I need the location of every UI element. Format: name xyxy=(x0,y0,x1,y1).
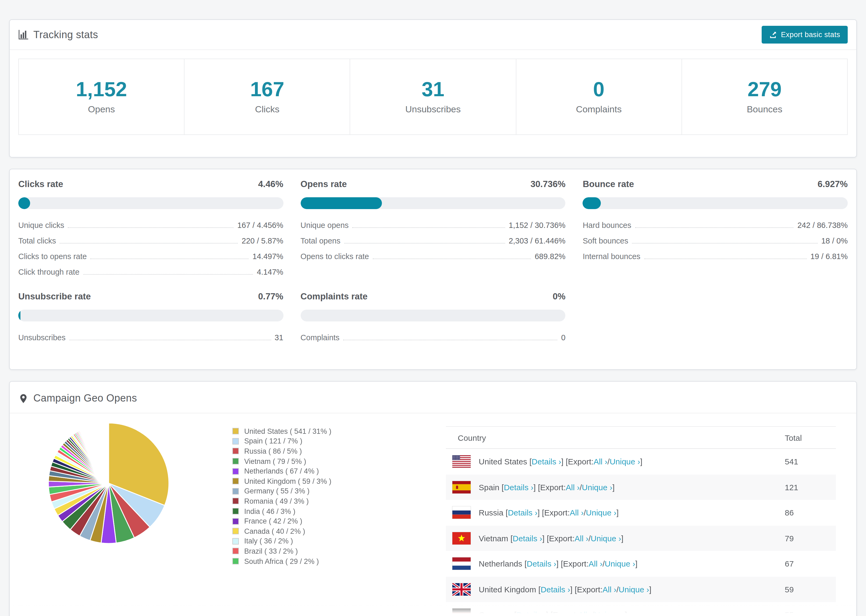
legend-swatch xyxy=(232,468,239,475)
dotted-leader xyxy=(644,258,806,259)
details-link[interactable]: Details › xyxy=(513,534,542,543)
stat-box-clicks: 167Clicks xyxy=(184,58,350,135)
legend-item[interactable]: United Kingdom ( 59 / 3% ) xyxy=(232,476,331,486)
legend-item[interactable]: Netherlands ( 67 / 4% ) xyxy=(232,466,331,476)
flag-vn-icon xyxy=(452,532,471,545)
legend-item[interactable]: South Africa ( 29 / 2% ) xyxy=(232,556,331,566)
bracket: / xyxy=(584,508,586,517)
flag-es-icon xyxy=(452,481,471,493)
legend-label: Spain ( 121 / 7% ) xyxy=(244,437,302,445)
rate-row: Unique clicks167 / 4.456% xyxy=(18,217,283,233)
export-unique-link[interactable]: Unique › xyxy=(605,559,635,569)
legend-label: Romania ( 49 / 3% ) xyxy=(244,497,309,505)
legend-item[interactable]: Canada ( 40 / 2% ) xyxy=(232,526,331,536)
legend-label: Brazil ( 33 / 2% ) xyxy=(244,547,298,555)
details-link[interactable]: Details › xyxy=(540,585,570,594)
export-all-link[interactable]: All › xyxy=(589,559,603,569)
bar-chart-icon xyxy=(18,30,28,40)
rate-row-value: 19 / 6.81% xyxy=(810,252,848,261)
legend-item[interactable]: Spain ( 121 / 7% ) xyxy=(232,436,331,446)
tracking-stats-card: Tracking stats Export basic stats 1,152O… xyxy=(9,19,857,157)
progress-bar-fill xyxy=(301,197,382,209)
export-unique-link[interactable]: Unique › xyxy=(619,585,649,594)
map-pin-icon xyxy=(18,393,28,404)
bracket: ] [Export: xyxy=(546,610,578,616)
rate-row: Click through rate4.147% xyxy=(18,264,283,280)
rate-row-label: Total clicks xyxy=(18,236,56,245)
rate-head: Complaints rate0% xyxy=(301,291,565,302)
legend-swatch xyxy=(232,458,239,464)
geo-header: Campaign Geo Opens xyxy=(10,382,856,413)
rate-row-value: 4.147% xyxy=(257,267,283,276)
total-cell: 55 xyxy=(785,610,836,616)
rate-row-value: 2,303 / 61.446% xyxy=(509,236,565,245)
export-unique-link[interactable]: Unique › xyxy=(586,508,616,517)
rate-title: Complaints rate xyxy=(301,291,367,302)
legend-item[interactable]: Romania ( 49 / 3% ) xyxy=(232,496,331,506)
rate-title: Unsubscribe rate xyxy=(18,291,91,302)
rates-grid: Clicks rate4.46%Unique clicks167 / 4.456… xyxy=(10,169,856,369)
rate-row: Complaints0 xyxy=(301,330,565,345)
export-basic-stats-button[interactable]: Export basic stats xyxy=(762,26,848,44)
rate-row: Opens to clicks rate689.82% xyxy=(301,248,565,264)
country-cell: Germany [Details ›] [Export: All › / Uni… xyxy=(446,609,785,616)
rate-title: Opens rate xyxy=(301,179,347,189)
bracket: / xyxy=(592,610,594,616)
export-all-link[interactable]: All › xyxy=(570,508,584,517)
progress-bar-fill xyxy=(583,197,601,209)
legend-label: India ( 46 / 3% ) xyxy=(244,507,296,515)
legend-label: Vietnam ( 79 / 5% ) xyxy=(244,457,306,465)
export-all-link[interactable]: All › xyxy=(578,610,592,616)
legend-label: Netherlands ( 67 / 4% ) xyxy=(244,467,319,475)
dotted-leader xyxy=(352,227,505,228)
legend-item[interactable]: Germany ( 55 / 3% ) xyxy=(232,486,331,496)
details-link[interactable]: Details › xyxy=(527,559,556,569)
export-unique-link[interactable]: Unique › xyxy=(594,610,625,616)
legend-label: France ( 42 / 2% ) xyxy=(244,517,302,525)
export-all-link[interactable]: All › xyxy=(575,534,589,543)
export-all-link[interactable]: All › xyxy=(594,457,608,466)
legend-item[interactable]: Italy ( 36 / 2% ) xyxy=(232,536,331,546)
legend-item[interactable]: Vietnam ( 79 / 5% ) xyxy=(232,456,331,466)
stats-row: 1,152Opens167Clicks31Unsubscribes0Compla… xyxy=(18,58,848,135)
rate-row-value: 689.82% xyxy=(535,252,565,261)
details-link[interactable]: Details › xyxy=(516,610,546,616)
details-link[interactable]: Details › xyxy=(508,508,537,517)
bracket: ] [Export: xyxy=(561,457,594,466)
details-link[interactable]: Details › xyxy=(532,457,561,466)
rate-rows: Complaints0 xyxy=(301,330,565,345)
rate-row: Total opens2,303 / 61.446% xyxy=(301,233,565,248)
geo-table: CountryTotalUnited States [Details ›] [E… xyxy=(446,426,836,616)
export-unique-link[interactable]: Unique › xyxy=(610,457,640,466)
legend-item[interactable]: Russia ( 86 / 5% ) xyxy=(232,446,331,456)
geo-pie-chart[interactable] xyxy=(44,419,173,550)
legend-item[interactable]: Brazil ( 33 / 2% ) xyxy=(232,546,331,556)
rate-row: Unique opens1,152 / 30.736% xyxy=(301,217,565,233)
legend-label: Germany ( 55 / 3% ) xyxy=(244,487,310,495)
total-cell: 79 xyxy=(785,534,836,543)
details-link[interactable]: Details › xyxy=(504,483,533,492)
column-header-total: Total xyxy=(785,433,836,442)
table-row: Germany [Details ›] [Export: All › / Uni… xyxy=(446,602,836,616)
bracket: ] [Export: xyxy=(542,534,575,543)
legend-label: Italy ( 36 / 2% ) xyxy=(244,537,293,545)
dotted-leader xyxy=(373,258,531,259)
flag-nl-icon xyxy=(452,558,471,570)
export-all-link[interactable]: All › xyxy=(602,585,616,594)
rate-value: 6.927% xyxy=(817,179,848,189)
bracket: ] xyxy=(621,534,624,543)
legend-swatch xyxy=(232,438,239,445)
legend-item[interactable]: France ( 42 / 2% ) xyxy=(232,516,331,526)
rate-block: Unsubscribe rate0.77%Unsubscribes31 xyxy=(18,291,283,345)
legend-item[interactable]: India ( 46 / 3% ) xyxy=(232,506,331,516)
export-all-link[interactable]: All › xyxy=(566,483,580,492)
legend-label: Russia ( 86 / 5% ) xyxy=(244,447,302,455)
export-unique-link[interactable]: Unique › xyxy=(582,483,612,492)
export-unique-link[interactable]: Unique › xyxy=(590,534,621,543)
stat-label: Complaints xyxy=(576,104,622,115)
stat-value: 279 xyxy=(747,79,781,99)
rate-row-label: Hard bounces xyxy=(583,221,631,229)
legend-item[interactable]: United States ( 541 / 31% ) xyxy=(232,426,331,436)
rate-row: Unsubscribes31 xyxy=(18,330,283,345)
legend-swatch xyxy=(232,498,239,504)
